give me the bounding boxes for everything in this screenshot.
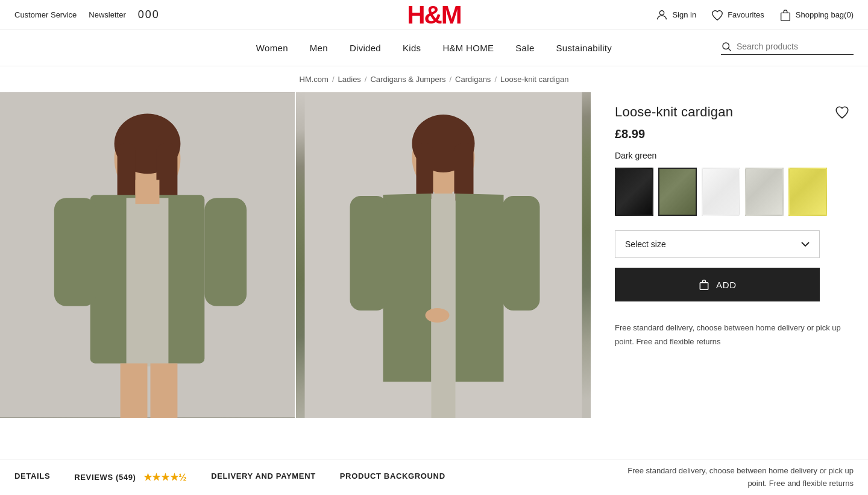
breadcrumb-cardigans-jumpers[interactable]: Cardigans & Jumpers	[370, 75, 445, 84]
top-bar: Customer Service Newsletter 000 H&M Sign…	[0, 0, 868, 30]
breadcrumb-cardigans[interactable]: Cardigans	[455, 75, 491, 84]
logo-container: H&M	[407, 2, 461, 28]
breadcrumb-hm[interactable]: HM.com	[300, 75, 329, 84]
swatch-dark-green[interactable]	[658, 168, 697, 216]
nav-links: Women Men Divided Kids H&M HOME Sale Sus…	[256, 43, 612, 53]
wishlist-button[interactable]	[834, 104, 850, 124]
color-label: Dark green	[615, 151, 850, 160]
size-dropdown[interactable]: Select size	[615, 230, 820, 258]
breadcrumb-sep4: /	[494, 75, 497, 84]
add-button-label: ADD	[716, 280, 737, 290]
search-input[interactable]	[737, 42, 845, 51]
shopping-bag-label: Shopping bag(0)	[796, 10, 854, 19]
chevron-down-icon	[801, 241, 810, 247]
nav-divided[interactable]: Divided	[350, 43, 381, 53]
breadcrumb-ladies[interactable]: Ladies	[338, 75, 361, 84]
sign-in-link[interactable]: Sign in	[655, 8, 696, 22]
search-icon	[721, 41, 732, 52]
breadcrumb: HM.com / Ladies / Cardigans & Jumpers / …	[0, 66, 868, 92]
svg-rect-12	[127, 198, 169, 366]
svg-point-24	[426, 308, 450, 323]
swatch-yellow[interactable]	[788, 168, 827, 216]
nav-sustainability[interactable]: Sustainability	[556, 43, 612, 53]
product-details: Loose-knit cardigan £8.99 Dark green Sel…	[591, 92, 868, 418]
model-image-left-svg	[0, 92, 295, 418]
svg-rect-22	[503, 196, 540, 311]
svg-rect-7	[118, 143, 136, 204]
svg-line-3	[728, 48, 731, 51]
user-icon	[655, 8, 668, 22]
svg-rect-21	[350, 196, 388, 311]
svg-rect-13	[136, 180, 160, 204]
product-area: Loose-knit cardigan £8.99 Dark green Sel…	[0, 92, 868, 418]
svg-rect-25	[700, 283, 708, 290]
delivery-info: Free standard delivery, choose between h…	[615, 321, 850, 349]
nav-kids[interactable]: Kids	[403, 43, 421, 53]
add-to-bag-button[interactable]: ADD	[615, 268, 820, 301]
product-image-right	[296, 92, 591, 418]
hm-logo[interactable]: H&M	[407, 2, 461, 28]
swatch-white[interactable]	[702, 168, 740, 216]
bag-add-icon	[698, 279, 710, 291]
search-bar	[721, 41, 854, 55]
top-bar-right: Sign in Favourites Shopping bag(0)	[655, 8, 854, 22]
svg-point-2	[723, 43, 729, 49]
breadcrumb-sep2: /	[365, 75, 367, 84]
product-image-left	[0, 92, 296, 418]
product-price: £8.99	[615, 127, 850, 141]
size-select-container: Select size	[615, 230, 850, 258]
newsletter-link[interactable]: Newsletter	[89, 10, 125, 19]
size-placeholder: Select size	[625, 239, 666, 249]
delivery-text: Free standard delivery, choose between h…	[615, 323, 841, 346]
product-title: Loose-knit cardigan	[615, 104, 850, 120]
svg-point-0	[660, 10, 664, 14]
color-swatches	[615, 168, 850, 216]
sign-in-label: Sign in	[672, 10, 696, 19]
heart-outline-icon	[834, 104, 850, 120]
heart-icon	[711, 8, 724, 22]
model-image-right-svg	[296, 92, 591, 418]
main-nav: Women Men Divided Kids H&M HOME Sale Sus…	[0, 30, 868, 66]
shopping-bag-link[interactable]: Shopping bag(0)	[779, 8, 854, 22]
nav-hm-home[interactable]: H&M HOME	[442, 43, 494, 53]
svg-rect-19	[417, 143, 433, 201]
svg-rect-11	[204, 198, 247, 306]
swatch-light-gray[interactable]	[745, 168, 784, 216]
svg-rect-15	[150, 364, 177, 418]
nav-men[interactable]: Men	[310, 43, 328, 53]
favourites-link[interactable]: Favourites	[711, 8, 764, 22]
bag-icon	[779, 8, 792, 22]
nav-women[interactable]: Women	[256, 43, 288, 53]
swatch-black[interactable]	[615, 168, 653, 216]
top-bar-left: Customer Service Newsletter 000	[14, 8, 160, 21]
breadcrumb-sep: /	[332, 75, 335, 84]
svg-rect-14	[121, 364, 148, 418]
svg-rect-10	[54, 198, 96, 306]
nav-sale[interactable]: Sale	[515, 43, 534, 53]
more-options[interactable]: 000	[138, 8, 160, 21]
customer-service-link[interactable]: Customer Service	[14, 10, 77, 19]
favourites-label: Favourites	[728, 10, 764, 19]
product-images	[0, 92, 591, 418]
breadcrumb-current[interactable]: Loose-knit cardigan	[500, 75, 568, 84]
svg-rect-1	[781, 13, 790, 20]
breadcrumb-sep3: /	[449, 75, 451, 84]
